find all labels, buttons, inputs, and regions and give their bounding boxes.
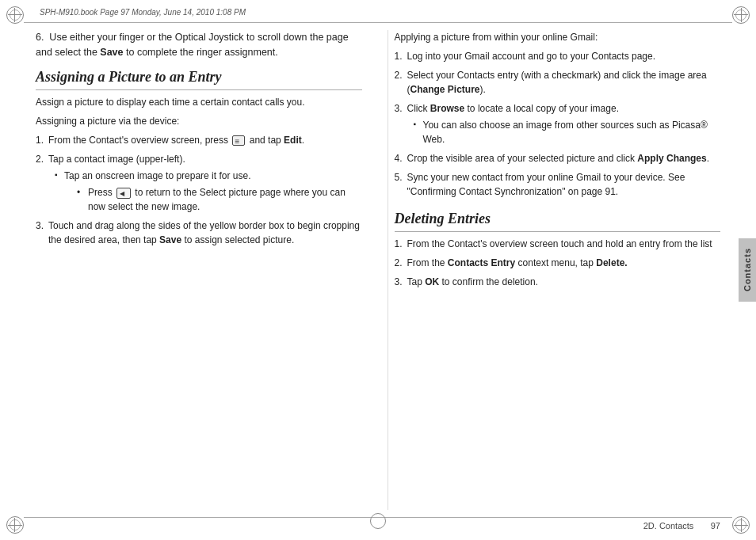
footer-page-number: 97: [711, 521, 720, 530]
menu-icon: [232, 135, 245, 146]
bottom-center-decoration: [370, 513, 386, 529]
list-item: 1. From the Contact's overview screen, p…: [36, 133, 362, 147]
list-item: 3. Tap OK to confirm the deletion.: [395, 275, 721, 289]
list-item: 4. Crop the visible area of your selecte…: [395, 151, 721, 165]
list-item: 2. From the Contacts Entry context menu,…: [395, 256, 721, 270]
right-list-delete: 1. From the Contact's overview screen to…: [395, 237, 721, 289]
list-item: 2. Tap a contact image (upper-left). Tap…: [36, 152, 362, 214]
footer-section-label: 2D. Contacts: [643, 521, 694, 530]
right-list-gmail: 1. Log into your Gmail account and go to…: [395, 49, 721, 199]
right-column: Applying a picture from within your onli…: [388, 30, 721, 510]
crosshair-tr: [734, 8, 748, 22]
list-num: 3.: [36, 219, 44, 233]
list-item: 5. Sync your new contact from your onlin…: [395, 170, 721, 199]
bullet-list-item: Press to return to the Select picture pa…: [77, 185, 362, 214]
list-item: 2. Select your Contacts entry (with a ch…: [395, 68, 721, 97]
sub-list: Tap an onscreen image to prepare it for …: [55, 169, 362, 214]
list-item: 3. Touch and drag along the sides of the…: [36, 219, 362, 247]
sub-list-item: Tap an onscreen image to prepare it for …: [55, 169, 362, 214]
section-intro-1: Assign a picture to display each time a …: [36, 95, 362, 109]
list-num: 1.: [36, 133, 44, 147]
back-icon: [116, 188, 131, 199]
section-heading-deleting: Deleting Entries: [395, 210, 721, 232]
sub-list-item: You can also choose an image from other …: [414, 118, 721, 146]
side-tab-label: Contacts: [743, 248, 752, 291]
left-list: 1. From the Contact's overview screen, p…: [36, 133, 362, 247]
list-item: 1. Log into your Gmail account and go to…: [395, 49, 721, 63]
section-intro-2: Assigning a picture via the device:: [36, 114, 362, 128]
list-num: 2.: [36, 152, 44, 166]
page-border-top: [24, 22, 732, 23]
right-intro: Applying a picture from within your onli…: [395, 30, 721, 44]
main-content: 6. Use either your finger or the Optical…: [36, 30, 720, 510]
crosshair-tl: [8, 8, 22, 22]
list-item: 3. Click Browse to locate a local copy o…: [395, 101, 721, 146]
crosshair-bl: [8, 518, 22, 532]
left-column: 6. Use either your finger or the Optical…: [36, 30, 368, 510]
section-heading-picture: Assigning a Picture to an Entry: [36, 68, 362, 90]
side-tab: Contacts: [739, 238, 756, 302]
sub-list: You can also choose an image from other …: [414, 118, 721, 146]
crosshair-br: [734, 518, 748, 532]
footer-section: 2D. Contacts 97: [643, 521, 720, 530]
intro-paragraph: 6. Use either your finger or the Optical…: [36, 30, 362, 60]
list-item: 1. From the Contact's overview screen to…: [395, 237, 721, 251]
header-text: SPH-M910.book Page 97 Monday, June 14, 2…: [40, 8, 246, 17]
bullet-sub-list: Press to return to the Select picture pa…: [77, 185, 362, 214]
